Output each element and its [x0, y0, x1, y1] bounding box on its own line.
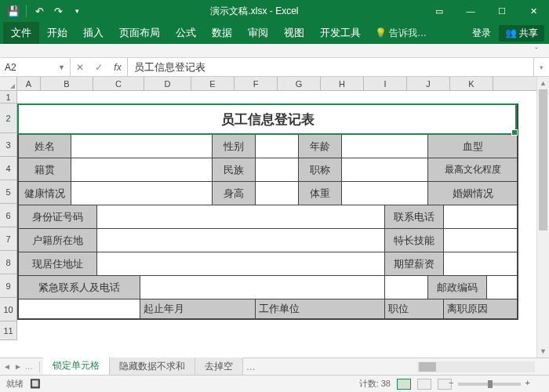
tab-insert[interactable]: 插入	[75, 22, 111, 44]
value-gender[interactable]	[256, 135, 299, 158]
row-header-9[interactable]: 9	[0, 274, 16, 298]
value-name[interactable]	[71, 135, 213, 158]
column-header-G[interactable]: G	[278, 77, 321, 90]
tab-page-layout[interactable]: 页面布局	[111, 22, 168, 44]
value-hukou[interactable]	[97, 229, 385, 252]
redo-button[interactable]: ↷	[49, 2, 67, 20]
column-header-H[interactable]: H	[321, 77, 364, 90]
vertical-scrollbar[interactable]: ▲ ▼	[536, 77, 549, 358]
column-header-J[interactable]: J	[407, 77, 450, 90]
row-header-6[interactable]: 6	[0, 204, 16, 227]
sheet-more-right-icon[interactable]: …	[246, 361, 256, 372]
tab-view[interactable]: 视图	[276, 22, 312, 44]
scroll-down-icon[interactable]: ▼	[537, 345, 549, 358]
tell-me-search[interactable]: 💡告诉我…	[375, 27, 427, 40]
row-header-10[interactable]: 10	[0, 298, 16, 321]
value-native[interactable]	[71, 158, 213, 182]
sheet-next-icon[interactable]: ►	[14, 362, 22, 371]
column-headers: ABCDEFGHIJK	[17, 77, 549, 91]
value-blank[interactable]	[385, 276, 428, 299]
minimize-button[interactable]: —	[455, 0, 486, 22]
value-salary[interactable]	[444, 252, 517, 276]
value-age[interactable]	[342, 135, 428, 158]
zoom-slider[interactable]	[458, 383, 521, 386]
row-header-7[interactable]: 7	[0, 227, 16, 251]
value-id[interactable]	[97, 205, 385, 229]
tab-file[interactable]: 文件	[3, 22, 39, 44]
formula-enter-button[interactable]: ✓	[89, 62, 108, 73]
row-header-11[interactable]: 11	[0, 321, 16, 340]
tab-developer[interactable]: 开发工具	[312, 22, 369, 44]
formula-input[interactable]: 员工信息登记表	[128, 58, 533, 76]
horizontal-scrollbar[interactable]	[417, 361, 535, 372]
row-header-1[interactable]: 1	[0, 91, 16, 103]
save-button[interactable]: 💾	[5, 2, 22, 20]
column-header-K[interactable]: K	[450, 77, 493, 90]
column-header-B[interactable]: B	[41, 77, 93, 90]
value-emergency[interactable]	[140, 276, 385, 299]
column-header-D[interactable]: D	[144, 77, 191, 90]
insert-function-button[interactable]: fx	[108, 62, 127, 73]
view-normal-button[interactable]	[397, 379, 411, 390]
column-header-I[interactable]: I	[364, 77, 407, 90]
value-title[interactable]	[342, 158, 428, 182]
label-height: 身高	[213, 182, 256, 205]
sheet-more-icon[interactable]: …	[25, 362, 33, 371]
column-header-E[interactable]: E	[191, 77, 235, 90]
value-phone[interactable]	[444, 205, 517, 229]
label-health: 健康情况	[19, 182, 71, 205]
tab-review[interactable]: 审阅	[240, 22, 276, 44]
cells-area[interactable]: 员工信息登记表 姓名 性别 年龄 血型 籍贯 民族 职称 最高文化程度	[17, 91, 549, 358]
label-blood: 血型	[428, 135, 517, 158]
label-skill: 特长技能	[385, 229, 444, 252]
value-skill[interactable]	[444, 229, 517, 252]
column-header-C[interactable]: C	[93, 77, 144, 90]
ribbon-collapse-toggle[interactable]: ˇ	[535, 46, 538, 56]
row-header-4[interactable]: 4	[0, 157, 16, 180]
row-header-5[interactable]: 5	[0, 180, 16, 204]
scrollbar-thumb[interactable]	[539, 89, 547, 230]
sheet-tab-locked[interactable]: 锁定单元格	[43, 357, 110, 376]
name-box[interactable]: A2 ▼	[0, 58, 71, 76]
tab-formula[interactable]: 公式	[168, 22, 204, 44]
row-header-3[interactable]: 3	[0, 133, 16, 157]
formula-cancel-button[interactable]: ✕	[71, 62, 89, 73]
quick-access-toolbar: 💾 ↶ ↷ ▾	[0, 2, 85, 20]
value-exp-blank[interactable]	[19, 299, 140, 318]
window-buttons: ▭ — ☐ ✕	[424, 0, 549, 22]
signin-link[interactable]: 登录	[472, 27, 491, 40]
tab-data[interactable]: 数据	[204, 22, 240, 44]
status-ready: 就绪	[6, 378, 24, 390]
value-weight[interactable]	[342, 182, 428, 205]
sheet-tab-remove[interactable]: 去掉空	[195, 358, 243, 376]
value-ethnic[interactable]	[256, 158, 299, 182]
sheet-prev-icon[interactable]: ◄	[3, 362, 11, 371]
tab-home[interactable]: 开始	[39, 22, 75, 44]
row-header-8[interactable]: 8	[0, 251, 16, 274]
label-period: 起止年月	[140, 299, 256, 318]
formula-expand-toggle[interactable]: ▾	[533, 58, 549, 76]
undo-button[interactable]: ↶	[31, 2, 48, 20]
sheet-tab-hidden[interactable]: 隐藏数据不求和	[110, 358, 195, 376]
value-health[interactable]	[71, 182, 213, 205]
label-title: 职称	[299, 158, 342, 182]
view-pagelayout-button[interactable]	[417, 379, 431, 390]
select-all-button[interactable]	[0, 77, 17, 91]
label-addr: 现居住地址	[19, 252, 97, 276]
qat-more-button[interactable]: ▾	[68, 2, 85, 20]
maximize-button[interactable]: ☐	[486, 0, 518, 22]
column-header-F[interactable]: F	[235, 77, 278, 90]
share-button[interactable]: 👥共享	[499, 25, 544, 42]
row-header-2[interactable]: 2	[0, 103, 16, 133]
status-scroll-icon: 🔲	[30, 379, 41, 389]
value-postcode[interactable]	[487, 276, 517, 299]
hscroll-thumb[interactable]	[419, 362, 436, 372]
close-button[interactable]: ✕	[518, 0, 549, 22]
label-id: 身份证号码	[19, 205, 97, 229]
zoom-thumb[interactable]	[488, 380, 493, 388]
value-height[interactable]	[256, 182, 299, 205]
column-header-A[interactable]: A	[17, 77, 41, 90]
value-addr[interactable]	[97, 252, 385, 276]
scroll-up-icon[interactable]: ▲	[537, 77, 549, 89]
ribbon-options-button[interactable]: ▭	[424, 0, 455, 22]
